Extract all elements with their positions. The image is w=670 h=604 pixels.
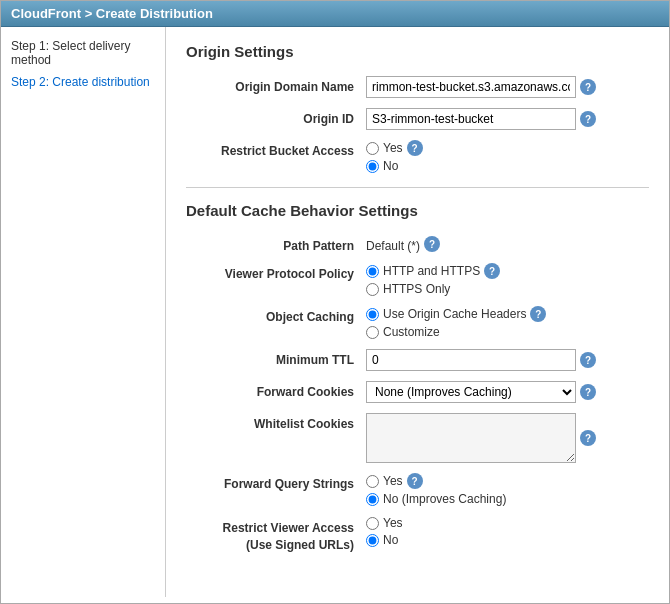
origin-domain-control: ?: [366, 76, 596, 98]
titlebar: CloudFront > Create Distribution: [1, 1, 669, 27]
restrict-viewer-radio-group: Yes No: [366, 516, 403, 547]
restrict-viewer-yes-radio[interactable]: [366, 517, 379, 530]
forward-query-control: Yes ? No (Improves Caching): [366, 473, 506, 506]
path-pattern-help-icon[interactable]: ?: [424, 236, 440, 252]
viewer-protocol-control: HTTP and HTTPS ? HTTPS Only: [366, 263, 500, 296]
viewer-http-https-row: HTTP and HTTPS ?: [366, 263, 500, 279]
object-use-origin-radio[interactable]: [366, 308, 379, 321]
section-divider: [186, 187, 649, 188]
origin-id-help-icon[interactable]: ?: [580, 111, 596, 127]
object-customize-row: Customize: [366, 325, 546, 339]
forward-cookies-control: None (Improves Caching) ?: [366, 381, 596, 403]
whitelist-cookies-textarea[interactable]: [366, 413, 576, 463]
origin-id-input[interactable]: [366, 108, 576, 130]
sidebar: Step 1: Select delivery method Step 2: C…: [1, 27, 166, 597]
restrict-viewer-no-radio[interactable]: [366, 534, 379, 547]
object-use-origin-label: Use Origin Cache Headers: [383, 307, 526, 321]
cache-settings-title: Default Cache Behavior Settings: [186, 202, 649, 223]
forward-query-yes-radio[interactable]: [366, 475, 379, 488]
min-ttl-label: Minimum TTL: [186, 349, 366, 367]
main-content: Origin Settings Origin Domain Name ? Ori…: [166, 27, 669, 597]
origin-domain-input[interactable]: [366, 76, 576, 98]
origin-id-row: Origin ID ?: [186, 108, 649, 130]
restrict-bucket-no-radio[interactable]: [366, 160, 379, 173]
restrict-viewer-label: Restrict Viewer Access (Use Signed URLs): [186, 516, 366, 554]
object-customize-radio[interactable]: [366, 326, 379, 339]
restrict-bucket-radio-group: Yes ? No: [366, 140, 423, 173]
forward-query-help-icon[interactable]: ?: [407, 473, 423, 489]
object-caching-control: Use Origin Cache Headers ? Customize: [366, 306, 546, 339]
forward-cookies-label: Forward Cookies: [186, 381, 366, 399]
object-caching-radio-group: Use Origin Cache Headers ? Customize: [366, 306, 546, 339]
restrict-bucket-yes-row: Yes ?: [366, 140, 423, 156]
restrict-bucket-no-row: No: [366, 159, 423, 173]
viewer-http-https-label: HTTP and HTTPS: [383, 264, 480, 278]
forward-query-row: Forward Query Strings Yes ? No (Improves…: [186, 473, 649, 506]
forward-query-yes-label: Yes: [383, 474, 403, 488]
forward-query-radio-group: Yes ? No (Improves Caching): [366, 473, 506, 506]
path-pattern-value: Default (*): [366, 235, 420, 253]
min-ttl-help-icon[interactable]: ?: [580, 352, 596, 368]
path-pattern-control: Default (*) ?: [366, 235, 440, 253]
whitelist-cookies-control: ?: [366, 413, 596, 463]
forward-cookies-row: Forward Cookies None (Improves Caching) …: [186, 381, 649, 403]
restrict-bucket-no-label: No: [383, 159, 398, 173]
whitelist-cookies-label: Whitelist Cookies: [186, 413, 366, 431]
restrict-bucket-label: Restrict Bucket Access: [186, 140, 366, 158]
forward-cookies-help-icon[interactable]: ?: [580, 384, 596, 400]
restrict-viewer-yes-row: Yes: [366, 516, 403, 530]
object-customize-label: Customize: [383, 325, 440, 339]
sidebar-step2[interactable]: Step 2: Create distribution: [11, 75, 150, 89]
min-ttl-input[interactable]: [366, 349, 576, 371]
restrict-viewer-no-label: No: [383, 533, 398, 547]
forward-query-no-row: No (Improves Caching): [366, 492, 506, 506]
origin-id-control: ?: [366, 108, 596, 130]
restrict-bucket-help-icon[interactable]: ?: [407, 140, 423, 156]
viewer-protocol-label: Viewer Protocol Policy: [186, 263, 366, 281]
viewer-protocol-radio-group: HTTP and HTTPS ? HTTPS Only: [366, 263, 500, 296]
object-caching-label: Object Caching: [186, 306, 366, 324]
viewer-https-only-label: HTTPS Only: [383, 282, 450, 296]
main-window: CloudFront > Create Distribution Step 1:…: [0, 0, 670, 604]
forward-query-label: Forward Query Strings: [186, 473, 366, 491]
path-pattern-label: Path Pattern: [186, 235, 366, 253]
forward-query-no-radio[interactable]: [366, 493, 379, 506]
forward-query-no-label: No (Improves Caching): [383, 492, 506, 506]
forward-cookies-select[interactable]: None (Improves Caching): [366, 381, 576, 403]
whitelist-cookies-help-icon[interactable]: ?: [580, 430, 596, 446]
viewer-protocol-help-icon[interactable]: ?: [484, 263, 500, 279]
viewer-https-only-row: HTTPS Only: [366, 282, 500, 296]
restrict-bucket-yes-radio[interactable]: [366, 142, 379, 155]
min-ttl-row: Minimum TTL ?: [186, 349, 649, 371]
restrict-viewer-yes-label: Yes: [383, 516, 403, 530]
restrict-bucket-control: Yes ? No: [366, 140, 423, 173]
titlebar-text: CloudFront > Create Distribution: [11, 6, 213, 21]
restrict-bucket-row: Restrict Bucket Access Yes ? No: [186, 140, 649, 173]
path-pattern-row: Path Pattern Default (*) ?: [186, 235, 649, 253]
min-ttl-control: ?: [366, 349, 596, 371]
origin-domain-help-icon[interactable]: ?: [580, 79, 596, 95]
origin-settings-title: Origin Settings: [186, 43, 649, 64]
restrict-viewer-control: Yes No: [366, 516, 403, 547]
object-caching-help-icon[interactable]: ?: [530, 306, 546, 322]
viewer-protocol-row: Viewer Protocol Policy HTTP and HTTPS ? …: [186, 263, 649, 296]
viewer-http-https-radio[interactable]: [366, 265, 379, 278]
forward-query-yes-row: Yes ?: [366, 473, 506, 489]
restrict-viewer-no-row: No: [366, 533, 403, 547]
object-use-origin-row: Use Origin Cache Headers ?: [366, 306, 546, 322]
origin-domain-label: Origin Domain Name: [186, 76, 366, 94]
sidebar-step1: Step 1: Select delivery method: [11, 39, 155, 67]
origin-domain-row: Origin Domain Name ?: [186, 76, 649, 98]
origin-id-label: Origin ID: [186, 108, 366, 126]
restrict-bucket-yes-label: Yes: [383, 141, 403, 155]
whitelist-cookies-row: Whitelist Cookies ?: [186, 413, 649, 463]
viewer-https-only-radio[interactable]: [366, 283, 379, 296]
object-caching-row: Object Caching Use Origin Cache Headers …: [186, 306, 649, 339]
restrict-viewer-row: Restrict Viewer Access (Use Signed URLs)…: [186, 516, 649, 554]
